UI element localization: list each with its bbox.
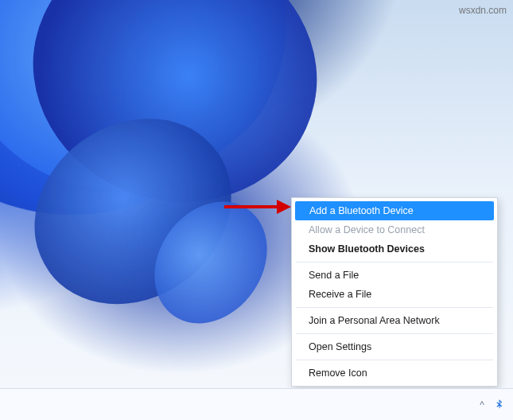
menu-separator <box>296 360 493 360</box>
menu-item-receive-file[interactable]: Receive a File <box>294 285 495 304</box>
system-tray: ^ <box>480 399 505 411</box>
menu-item-open-settings[interactable]: Open Settings <box>294 337 495 356</box>
menu-separator <box>296 262 493 262</box>
watermark-text: wsxdn.com <box>459 5 507 16</box>
tray-overflow-chevron-icon[interactable]: ^ <box>480 399 484 410</box>
menu-separator <box>296 307 493 308</box>
bluetooth-context-menu: Add a Bluetooth DeviceAllow a Device to … <box>291 197 498 387</box>
menu-separator <box>296 333 493 334</box>
bluetooth-icon[interactable] <box>492 399 505 411</box>
menu-item-join-pan[interactable]: Join a Personal Area Network <box>294 311 495 330</box>
menu-item-add-bt-device[interactable]: Add a Bluetooth Device <box>295 201 494 220</box>
menu-item-send-file[interactable]: Send a File <box>294 266 495 285</box>
menu-item-show-bt[interactable]: Show Bluetooth Devices <box>294 239 495 259</box>
menu-item-remove-icon[interactable]: Remove Icon <box>294 364 495 383</box>
menu-item-allow-connect: Allow a Device to Connect <box>294 220 495 239</box>
taskbar: ^ <box>0 388 513 420</box>
annotation-arrow <box>224 200 296 213</box>
